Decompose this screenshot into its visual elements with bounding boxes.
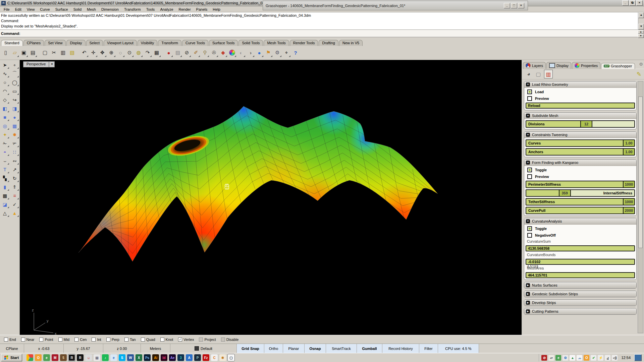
slider-grip[interactable]: 1.00 (623, 140, 634, 146)
surface-icon[interactable]: ◧ (1, 105, 9, 113)
menu-transform[interactable]: Transform (122, 7, 143, 12)
slider-curvepull[interactable]: 2000CurvePull (526, 207, 635, 214)
internet-explorer-icon[interactable]: e (110, 354, 117, 361)
panel-group-header-geodesic-subdivision-strips[interactable]: ▶Geodesic Subdivision Strips (524, 291, 636, 297)
block-icon[interactable]: ▚ (1, 174, 9, 182)
restore-button[interactable]: ⧉ (629, 0, 636, 6)
start-button[interactable]: Start (1, 354, 22, 361)
panel-tab-layers[interactable]: Layers (523, 62, 546, 69)
torus-icon[interactable]: ◎ (1, 122, 9, 130)
solid-icon[interactable]: ▮ (1, 183, 9, 191)
control-curve-icon[interactable]: ⌒ (10, 70, 19, 78)
check-icon[interactable]: ✓ (10, 200, 19, 208)
render-sphere-blue-icon[interactable]: ● (255, 48, 264, 57)
evernote-icon[interactable]: e (43, 354, 50, 361)
notes-icon[interactable]: ▤ (94, 354, 100, 361)
flag-icon[interactable]: ⚑ (264, 48, 273, 57)
mesh-box-icon[interactable]: ▦ (10, 122, 19, 130)
contacts-icon[interactable]: ☺ (85, 354, 92, 361)
toolbar-tab-viewport-layout[interactable]: Viewport Layout (104, 40, 137, 46)
checkbox-box-icon[interactable] (527, 96, 532, 101)
viewport-title[interactable]: Perspective ▼ (23, 61, 55, 67)
volume-tray-icon[interactable]: ◁) (612, 355, 618, 361)
photoshop-icon[interactable]: Ps (144, 354, 151, 361)
menu-help[interactable]: Help (210, 7, 223, 12)
rectangle-icon[interactable]: ▭ (10, 87, 19, 95)
osnap-checkbox-icon[interactable] (199, 338, 203, 342)
slider-anchors[interactable]: 1.00Anchors (526, 148, 635, 156)
checkbox-box-icon[interactable] (527, 174, 532, 179)
help-icon[interactable]: ? (291, 48, 300, 57)
collapse-group-icon[interactable]: ▼ (526, 82, 530, 86)
zoom-icon[interactable]: ⊕ (107, 48, 116, 57)
toolbar-tab-visibility[interactable]: Visibility (138, 40, 158, 46)
boolean-icon[interactable]: ✦ (1, 131, 9, 139)
edit-properties-icon[interactable]: ▢ (41, 48, 49, 57)
gh-close-button[interactable]: × (518, 3, 524, 8)
dolly-icon[interactable]: ✥ (98, 48, 107, 57)
blend-curve-icon[interactable]: ∾ (10, 157, 19, 165)
render-icon[interactable]: ● (164, 48, 173, 57)
status-planar[interactable]: Planar (283, 344, 305, 353)
checkbox-box-icon[interactable] (527, 226, 532, 231)
settings-tray-icon[interactable]: ⚙ (562, 355, 568, 361)
zoom-selected-icon[interactable]: ◍ (134, 48, 143, 57)
menu-edit[interactable]: Edit (13, 7, 24, 12)
osnap-checkbox-icon[interactable] (58, 338, 62, 342)
toolbar-tab-drafting[interactable]: Drafting (319, 40, 338, 46)
text-icon[interactable]: T (1, 166, 9, 174)
command-spinner[interactable]: ▲ ▼ (638, 30, 644, 38)
collapse-group-icon[interactable]: ▼ (526, 219, 530, 223)
spinner-up-icon[interactable]: ▲ (638, 30, 644, 34)
drop-color-icon[interactable]: ◓ (1, 148, 9, 156)
toolbar-tab-transform[interactable]: Transform (158, 40, 181, 46)
rotate-object-icon[interactable]: ↻ (10, 174, 19, 182)
no-entry-tray-icon[interactable]: ⊘ (541, 355, 547, 361)
gh-minimize-button[interactable]: _ (504, 3, 510, 8)
shaded-viewport-icon[interactable]: ◆ (219, 48, 227, 57)
menu-dimension[interactable]: Dimension (99, 7, 121, 12)
cone-wire-icon[interactable]: △ (1, 209, 9, 217)
five-app-icon[interactable]: 5 (60, 354, 67, 361)
osnap-checkbox-icon[interactable] (141, 338, 145, 342)
word-icon[interactable]: W (127, 354, 134, 361)
minimize-button[interactable]: _ (622, 0, 629, 6)
extrude-icon[interactable]: ⇑ (10, 183, 19, 191)
fillet-icon[interactable]: ⌣ (1, 157, 9, 165)
toolbar-tab-render-tools[interactable]: Render Tools (290, 40, 318, 46)
toolbar-tab-solid-tools[interactable]: Solid Tools (238, 40, 263, 46)
save-icon[interactable]: ▣ (19, 48, 28, 57)
menu-panels[interactable]: Panels (194, 7, 210, 12)
outlook-icon[interactable]: O (35, 354, 42, 361)
illustrator-icon[interactable]: Ai (152, 354, 159, 361)
panel-group-header-form-finding-with-kangaroo[interactable]: ▼Form Finding with Kangaroo (524, 160, 636, 166)
toolbar-tab-display[interactable]: Display (66, 40, 85, 46)
3dsmax-icon[interactable]: 3 (177, 354, 184, 361)
viewport-title-label[interactable]: Perspective (23, 61, 49, 67)
checkbox-box-icon[interactable] (527, 168, 532, 172)
osnap-mid[interactable]: Mid (58, 338, 70, 342)
checkbox-toggle[interactable]: Toggle (526, 167, 635, 173)
zoom-window-icon[interactable]: ◌ (116, 48, 125, 57)
usb-tray-icon[interactable]: ✔ (591, 355, 596, 361)
array-icon[interactable]: ▩ (1, 192, 9, 200)
panel-group-header-nurbs-surfaces[interactable]: ▶Nurbs Surfaces (524, 282, 636, 288)
menu-view[interactable]: View (24, 7, 37, 12)
polyline-icon[interactable]: ∿ (1, 70, 9, 78)
osnap-checkbox-icon[interactable] (221, 338, 225, 342)
menu-mesh[interactable]: Mesh (85, 7, 98, 12)
panel-scrollbar-thumb[interactable] (638, 97, 643, 248)
render-sphere-light-icon[interactable]: ◐ (237, 48, 246, 57)
cut-icon[interactable]: ✂ (50, 48, 58, 57)
menu-file[interactable]: File (1, 7, 12, 12)
scroll-down-icon[interactable]: ▼ (638, 24, 644, 29)
autodesk-icon[interactable]: A (186, 354, 193, 361)
point-icon[interactable]: ∘ (10, 61, 19, 69)
toolbar-tab-surface-tools[interactable]: Surface Tools (209, 40, 238, 46)
blend-arc-icon[interactable]: ↪ (10, 96, 19, 104)
osnap-point[interactable]: Point (39, 338, 53, 342)
copy-icon[interactable]: ▥ (59, 48, 67, 57)
status-record-history[interactable]: Record History (382, 344, 419, 353)
align-icon[interactable]: ≡ (10, 192, 19, 200)
network-tray-icon[interactable]: ⣴ (605, 355, 610, 361)
